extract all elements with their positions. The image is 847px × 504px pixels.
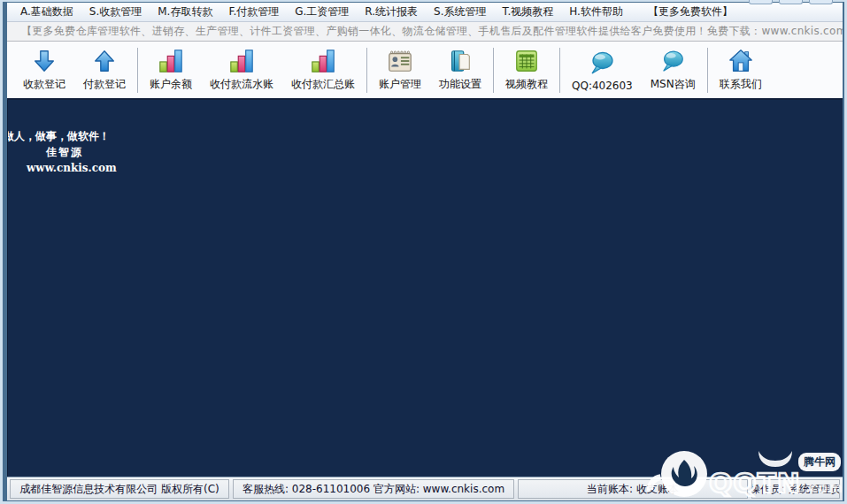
toolbar-button-label: 收款登记: [23, 77, 65, 92]
company-slogan: 做人，做事，做软件！ 佳智源 www.cnkis.com: [7, 128, 117, 176]
account-manage-button[interactable]: 账户管理: [370, 43, 430, 97]
receipt-register-button[interactable]: 收款登记: [14, 43, 74, 97]
workspace: 做人，做事，做软件！ 佳智源 www.cnkis.com: [7, 100, 843, 477]
menu-item-6[interactable]: R.统计报表: [357, 3, 426, 22]
home-icon: [727, 48, 755, 74]
status-bar: 成都佳智源信息技术有限公司 版权所有(C)客服热线: 028-61101006 …: [7, 477, 843, 500]
chat-bubble-icon: [588, 49, 616, 77]
bar-chart-icon: [309, 48, 337, 74]
notebook-icon: [446, 48, 474, 74]
menu-item-4[interactable]: F.付款管理: [220, 3, 287, 22]
video-tutorial-button[interactable]: 视频教程: [497, 43, 557, 97]
menu-item-7[interactable]: S.系统管理: [426, 3, 494, 22]
slogan-line1: 做人，做事，做软件！: [7, 128, 117, 144]
menu-item-2[interactable]: S.收款管理: [81, 3, 150, 22]
cashflow-journal-button[interactable]: 收付款流水账: [201, 43, 282, 97]
toolbar-group: QQ:402603MSN咨询: [563, 43, 705, 97]
toolbar-group: 收款登记付款登记: [14, 43, 135, 97]
promo-banner: 【更多免费仓库管理软件、进销存、生产管理、计件工资管理、产购销一体化、物流仓储管…: [7, 22, 843, 42]
toolbar-button-label: 收付款汇总账: [291, 77, 355, 92]
menu-item-8[interactable]: T.视频教程: [495, 3, 562, 22]
status-section-current-book: 当前账本: 收支账本: [518, 479, 748, 499]
qq-contact-button[interactable]: QQ:402603: [563, 43, 642, 97]
cashflow-summary-button[interactable]: 收付款汇总账: [282, 43, 364, 97]
bar-chart-icon: [157, 48, 185, 74]
promo-banner-text: 【更多免费仓库管理软件、进销存、生产管理、计件工资管理、产购销一体化、物流仓储管…: [21, 24, 843, 39]
bar-chart-icon: [227, 48, 256, 74]
toolbar-separator: [559, 48, 560, 93]
toolbar-separator: [707, 48, 708, 93]
close-button[interactable]: [809, 0, 833, 4]
toolbar-button-label: 功能设置: [439, 77, 481, 92]
minimize-button[interactable]: [749, 0, 773, 4]
toolbar-button-label: 联系我们: [720, 77, 762, 92]
menu-item-1[interactable]: A.基础数据: [12, 3, 81, 22]
slogan-line3: www.cnkis.com: [27, 160, 117, 176]
toolbar-button-label: 账户管理: [379, 77, 421, 92]
payment-register-button[interactable]: 付款登记: [74, 43, 135, 97]
toolbar-button-label: 收付款流水账: [210, 77, 273, 92]
toolbar-group: 联系我们: [711, 43, 771, 97]
arrow-up-icon: [90, 48, 119, 74]
status-section-hotline: 客服热线: 028-61101006 官方网站: www.cnkis.com: [233, 479, 514, 499]
toolbar-button-label: 付款登记: [83, 77, 126, 92]
slogan-line2: 佳智源: [46, 144, 117, 160]
toolbar-separator: [366, 48, 367, 93]
function-settings-button[interactable]: 功能设置: [430, 43, 490, 97]
window-controls: [749, 0, 833, 4]
app-window: A.基础数据S.收款管理M.存取转款F.付款管理G.工资管理R.统计报表S.系统…: [0, 0, 847, 504]
toolbar-group: 视频教程: [497, 43, 557, 97]
toolbar-button-label: QQ:402603: [572, 80, 633, 92]
arrow-down-icon: [30, 48, 58, 74]
toolbar-button-label: 账户余额: [150, 77, 192, 92]
maximize-button[interactable]: [779, 0, 803, 4]
menu-item-9[interactable]: H.软件帮助: [561, 3, 631, 22]
msn-contact-button[interactable]: MSN咨询: [642, 43, 705, 97]
status-section-operator: 操作员: 系统管理员: [751, 479, 840, 499]
contact-us-button[interactable]: 联系我们: [711, 43, 771, 97]
menu-item-3[interactable]: M.存取转款: [150, 3, 220, 22]
menu-bar: A.基础数据S.收款管理M.存取转款F.付款管理G.工资管理R.统计报表S.系统…: [7, 3, 843, 22]
toolbar-group: 账户管理功能设置: [370, 43, 490, 97]
window-content: A.基础数据S.收款管理M.存取转款F.付款管理G.工资管理R.统计报表S.系统…: [7, 3, 843, 500]
toolbar-group: 账户余额收付款流水账收付款汇总账: [141, 43, 364, 97]
contact-card-icon: [386, 48, 414, 74]
chat-bubble-icon: [658, 48, 687, 74]
spreadsheet-icon: [512, 48, 541, 74]
toolbar-separator: [493, 48, 494, 93]
status-section-copyright: 成都佳智源信息技术有限公司 版权所有(C): [10, 479, 229, 499]
toolbar-button-label: MSN咨询: [651, 77, 696, 92]
toolbar: 收款登记付款登记账户余额收付款流水账收付款汇总账账户管理功能设置视频教程QQ:4…: [7, 42, 843, 100]
toolbar-button-label: 视频教程: [505, 77, 548, 92]
toolbar-separator: [137, 48, 138, 93]
menu-item-10[interactable]: 【更多免费软件】: [640, 3, 741, 22]
menu-item-5[interactable]: G.工资管理: [287, 3, 357, 22]
account-balance-button[interactable]: 账户余额: [141, 43, 201, 97]
